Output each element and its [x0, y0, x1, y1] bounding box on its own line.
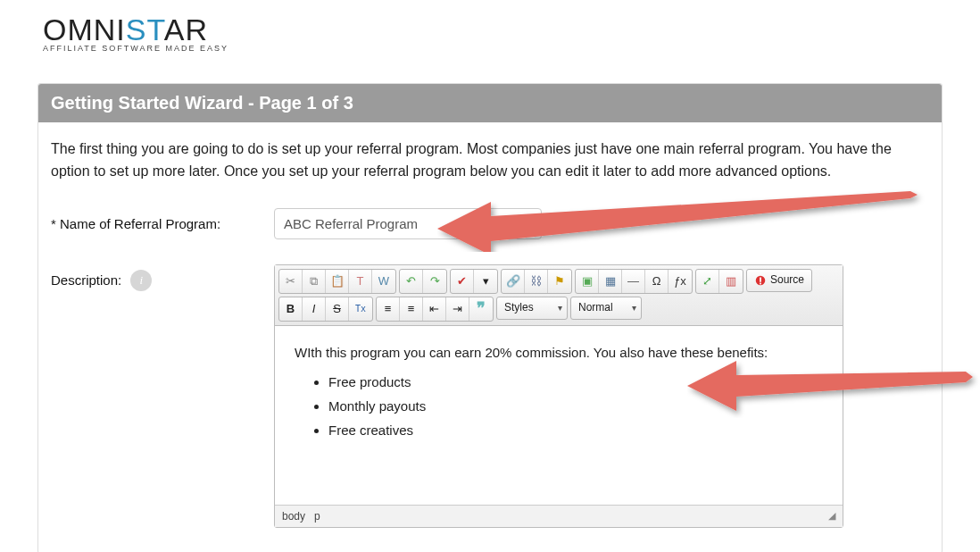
paste-icon[interactable]: 📋: [326, 270, 349, 293]
redo-icon[interactable]: ↷: [423, 270, 446, 293]
format-dropdown[interactable]: Normal: [570, 297, 642, 320]
styles-dropdown[interactable]: Styles: [496, 297, 568, 320]
numbered-list-icon[interactable]: ≡: [377, 297, 400, 321]
path-p[interactable]: p: [314, 510, 320, 523]
panel-title: Getting Started Wizard - Page 1 of 3: [38, 84, 942, 122]
remove-format-icon[interactable]: Tx: [349, 297, 372, 321]
link-icon[interactable]: 🔗: [502, 270, 525, 293]
indent-icon[interactable]: ⇥: [446, 297, 469, 321]
cut-icon[interactable]: ✂: [279, 270, 303, 293]
blockquote-icon[interactable]: ❞: [469, 297, 493, 321]
logo-text-st: ST: [126, 13, 164, 46]
editor-elements-path: body p ◢: [275, 505, 843, 528]
anchor-icon[interactable]: ⚑: [548, 270, 571, 293]
list-item: Free creatives: [328, 420, 823, 440]
form-row-name: * Name of Referral Program:: [51, 208, 929, 239]
form-row-description: Description: i ✂ ⧉ 📋 T W: [51, 264, 929, 529]
wizard-panel: Getting Started Wizard - Page 1 of 3 The…: [37, 83, 943, 552]
logo-text-omni: OMNI: [43, 13, 126, 46]
spellcheck-icon[interactable]: ✔: [451, 270, 474, 293]
logo-tagline: AFFILIATE SOFTWARE MADE EASY: [43, 44, 980, 53]
rich-text-editor: ✂ ⧉ 📋 T W ↶ ↷ ✔: [274, 264, 843, 529]
source-label: Source: [770, 272, 804, 289]
image-icon[interactable]: ▣: [576, 270, 599, 293]
editor-content[interactable]: WIth this program you can earn 20% commi…: [275, 326, 843, 505]
source-button[interactable]: Source: [746, 269, 812, 292]
formula-icon[interactable]: ƒx: [669, 270, 692, 293]
svg-rect-1: [760, 277, 761, 281]
bullet-list-icon[interactable]: ≡: [400, 297, 423, 321]
undo-icon[interactable]: ↶: [400, 270, 423, 293]
logo-text-ar: AR: [164, 13, 208, 46]
svg-rect-2: [760, 282, 761, 284]
outdent-icon[interactable]: ⇤: [423, 297, 446, 321]
name-label: * Name of Referral Program:: [51, 208, 274, 234]
show-blocks-icon[interactable]: ▥: [719, 270, 743, 293]
table-icon[interactable]: ▦: [599, 270, 622, 293]
editor-bullet-list: Free products Monthly payouts Free creat…: [307, 372, 823, 441]
horizontal-rule-icon[interactable]: ―: [622, 270, 645, 293]
path-body[interactable]: body: [282, 510, 305, 523]
panel-intro-text: The first thing you are going to do is s…: [51, 138, 929, 183]
list-item: Free products: [328, 372, 823, 392]
info-icon[interactable]: i: [130, 270, 152, 291]
special-char-icon[interactable]: Ω: [645, 270, 669, 293]
list-item: Monthly payouts: [328, 396, 823, 416]
scayt-dropdown-icon[interactable]: ▾: [474, 270, 497, 293]
editor-toolbar: ✂ ⧉ 📋 T W ↶ ↷ ✔: [275, 265, 843, 326]
paste-text-icon[interactable]: T: [349, 270, 372, 293]
maximize-icon[interactable]: ⤢: [696, 270, 719, 293]
resize-handle-icon[interactable]: ◢: [828, 508, 835, 523]
copy-icon[interactable]: ⧉: [303, 270, 326, 293]
referral-name-input[interactable]: [274, 208, 542, 239]
paste-word-icon[interactable]: W: [372, 270, 395, 293]
unlink-icon[interactable]: ⛓: [525, 270, 548, 293]
editor-paragraph: WIth this program you can earn 20% commi…: [295, 342, 823, 363]
strike-icon[interactable]: S: [326, 297, 349, 321]
italic-icon[interactable]: I: [303, 297, 326, 321]
app-logo: OMNISTAR AFFILIATE SOFTWARE MADE EASY: [0, 0, 980, 58]
description-label: Description:: [51, 270, 121, 290]
bold-icon[interactable]: B: [279, 297, 303, 321]
